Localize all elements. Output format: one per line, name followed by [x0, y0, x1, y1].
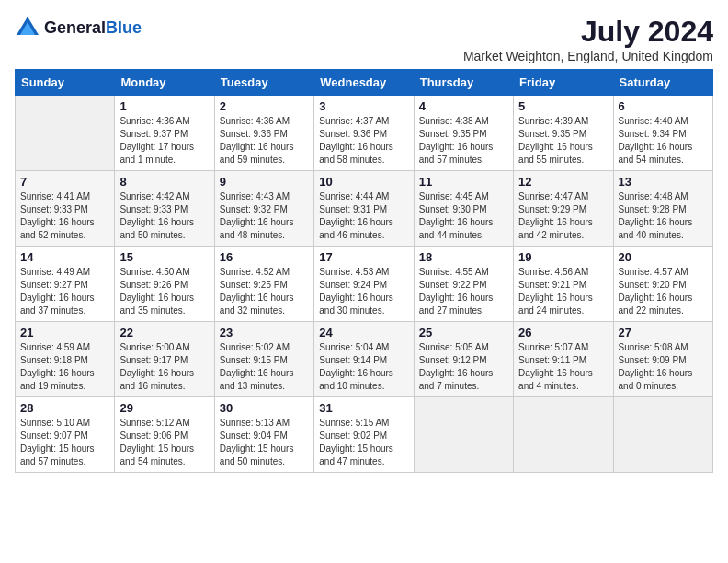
weekday-header-monday: Monday [115, 70, 214, 96]
day-info: Sunrise: 5:05 AM Sunset: 9:12 PM Dayligh… [419, 341, 508, 393]
day-number: 13 [619, 175, 708, 189]
calendar-cell [613, 397, 712, 473]
day-info: Sunrise: 4:43 AM Sunset: 9:32 PM Dayligh… [220, 190, 309, 242]
calendar-cell: 5Sunrise: 4:39 AM Sunset: 9:35 PM Daylig… [514, 96, 613, 171]
calendar-cell: 20Sunrise: 4:57 AM Sunset: 9:20 PM Dayli… [613, 247, 712, 322]
day-number: 9 [220, 175, 309, 189]
day-number: 29 [119, 401, 209, 415]
day-number: 24 [319, 326, 408, 339]
calendar-cell: 16Sunrise: 4:52 AM Sunset: 9:25 PM Dayli… [214, 247, 313, 322]
day-info: Sunrise: 4:37 AM Sunset: 9:36 PM Dayligh… [319, 115, 408, 167]
day-number: 22 [119, 326, 209, 339]
calendar-cell [16, 96, 115, 171]
day-number: 21 [20, 326, 109, 339]
calendar-cell: 10Sunrise: 4:44 AM Sunset: 9:31 PM Dayli… [314, 171, 414, 247]
day-info: Sunrise: 4:44 AM Sunset: 9:31 PM Dayligh… [319, 190, 408, 242]
week-row-4: 21Sunrise: 4:59 AM Sunset: 9:18 PM Dayli… [16, 322, 713, 397]
day-number: 15 [119, 250, 209, 264]
day-info: Sunrise: 4:36 AM Sunset: 9:36 PM Dayligh… [220, 115, 309, 167]
logo-icon [15, 15, 40, 40]
weekday-header-friday: Friday [514, 70, 613, 96]
day-number: 2 [220, 99, 309, 113]
logo-general-text: General [44, 18, 106, 37]
calendar-table: SundayMondayTuesdayWednesdayThursdayFrid… [15, 69, 713, 473]
day-number: 23 [220, 326, 309, 339]
title-area: July 2024 Market Weighton, England, Unit… [463, 15, 713, 63]
logo: GeneralBlue [15, 15, 142, 40]
weekday-header-tuesday: Tuesday [214, 70, 313, 96]
calendar-cell: 29Sunrise: 5:12 AM Sunset: 9:06 PM Dayli… [115, 397, 214, 473]
calendar-cell: 8Sunrise: 4:42 AM Sunset: 9:33 PM Daylig… [115, 171, 214, 247]
day-info: Sunrise: 4:55 AM Sunset: 9:22 PM Dayligh… [419, 266, 508, 317]
calendar-cell: 18Sunrise: 4:55 AM Sunset: 9:22 PM Dayli… [414, 247, 513, 322]
calendar-cell: 14Sunrise: 4:49 AM Sunset: 9:27 PM Dayli… [16, 247, 115, 322]
calendar-header: GeneralBlue July 2024 Market Weighton, E… [15, 15, 713, 63]
day-number: 28 [20, 401, 109, 415]
day-info: Sunrise: 5:02 AM Sunset: 9:15 PM Dayligh… [220, 341, 309, 393]
day-info: Sunrise: 4:56 AM Sunset: 9:21 PM Dayligh… [518, 266, 608, 317]
calendar-cell: 12Sunrise: 4:47 AM Sunset: 9:29 PM Dayli… [514, 171, 613, 247]
day-number: 12 [518, 175, 608, 189]
weekday-header-wednesday: Wednesday [314, 70, 414, 96]
day-number: 26 [518, 326, 608, 339]
week-row-1: 1Sunrise: 4:36 AM Sunset: 9:37 PM Daylig… [16, 96, 713, 171]
day-number: 19 [518, 250, 608, 264]
day-number: 6 [619, 99, 708, 113]
day-info: Sunrise: 5:15 AM Sunset: 9:02 PM Dayligh… [319, 417, 408, 468]
calendar-cell: 11Sunrise: 4:45 AM Sunset: 9:30 PM Dayli… [414, 171, 513, 247]
day-info: Sunrise: 4:48 AM Sunset: 9:28 PM Dayligh… [619, 190, 708, 242]
calendar-cell: 7Sunrise: 4:41 AM Sunset: 9:33 PM Daylig… [16, 171, 115, 247]
weekday-header-row: SundayMondayTuesdayWednesdayThursdayFrid… [16, 70, 713, 96]
day-number: 11 [419, 175, 508, 189]
calendar-cell: 22Sunrise: 5:00 AM Sunset: 9:17 PM Dayli… [115, 322, 214, 397]
day-number: 25 [419, 326, 508, 339]
day-info: Sunrise: 4:50 AM Sunset: 9:26 PM Dayligh… [119, 266, 209, 317]
day-info: Sunrise: 4:40 AM Sunset: 9:34 PM Dayligh… [619, 115, 708, 167]
day-number: 3 [319, 99, 408, 113]
location-subtitle: Market Weighton, England, United Kingdom [463, 49, 713, 63]
day-info: Sunrise: 5:00 AM Sunset: 9:17 PM Dayligh… [119, 341, 209, 393]
calendar-cell: 9Sunrise: 4:43 AM Sunset: 9:32 PM Daylig… [214, 171, 313, 247]
day-info: Sunrise: 5:08 AM Sunset: 9:09 PM Dayligh… [619, 341, 708, 393]
calendar-cell: 26Sunrise: 5:07 AM Sunset: 9:11 PM Dayli… [514, 322, 613, 397]
calendar-cell [514, 397, 613, 473]
day-info: Sunrise: 4:45 AM Sunset: 9:30 PM Dayligh… [419, 190, 508, 242]
weekday-header-sunday: Sunday [16, 70, 115, 96]
day-number: 10 [319, 175, 408, 189]
calendar-cell: 3Sunrise: 4:37 AM Sunset: 9:36 PM Daylig… [314, 96, 414, 171]
calendar-cell: 13Sunrise: 4:48 AM Sunset: 9:28 PM Dayli… [613, 171, 712, 247]
day-number: 4 [419, 99, 508, 113]
calendar-cell: 6Sunrise: 4:40 AM Sunset: 9:34 PM Daylig… [613, 96, 712, 171]
day-number: 20 [619, 250, 708, 264]
day-number: 5 [518, 99, 608, 113]
weekday-header-thursday: Thursday [414, 70, 513, 96]
calendar-cell: 17Sunrise: 4:53 AM Sunset: 9:24 PM Dayli… [314, 247, 414, 322]
weekday-header-saturday: Saturday [613, 70, 712, 96]
day-number: 8 [119, 175, 209, 189]
calendar-cell: 15Sunrise: 4:50 AM Sunset: 9:26 PM Dayli… [115, 247, 214, 322]
day-info: Sunrise: 4:36 AM Sunset: 9:37 PM Dayligh… [119, 115, 209, 167]
calendar-cell: 23Sunrise: 5:02 AM Sunset: 9:15 PM Dayli… [214, 322, 313, 397]
day-number: 18 [419, 250, 508, 264]
calendar-cell [414, 397, 513, 473]
day-info: Sunrise: 4:59 AM Sunset: 9:18 PM Dayligh… [20, 341, 109, 393]
day-info: Sunrise: 5:12 AM Sunset: 9:06 PM Dayligh… [119, 417, 209, 468]
day-number: 14 [20, 250, 109, 264]
day-info: Sunrise: 5:13 AM Sunset: 9:04 PM Dayligh… [220, 417, 309, 468]
calendar-cell: 2Sunrise: 4:36 AM Sunset: 9:36 PM Daylig… [214, 96, 313, 171]
calendar-cell: 1Sunrise: 4:36 AM Sunset: 9:37 PM Daylig… [115, 96, 214, 171]
day-info: Sunrise: 4:53 AM Sunset: 9:24 PM Dayligh… [319, 266, 408, 317]
week-row-2: 7Sunrise: 4:41 AM Sunset: 9:33 PM Daylig… [16, 171, 713, 247]
logo-blue-text: Blue [106, 18, 142, 37]
day-info: Sunrise: 5:04 AM Sunset: 9:14 PM Dayligh… [319, 341, 408, 393]
month-title: July 2024 [463, 15, 713, 49]
calendar-cell: 27Sunrise: 5:08 AM Sunset: 9:09 PM Dayli… [613, 322, 712, 397]
week-row-3: 14Sunrise: 4:49 AM Sunset: 9:27 PM Dayli… [16, 247, 713, 322]
day-info: Sunrise: 5:10 AM Sunset: 9:07 PM Dayligh… [20, 417, 109, 468]
calendar-cell: 25Sunrise: 5:05 AM Sunset: 9:12 PM Dayli… [414, 322, 513, 397]
week-row-5: 28Sunrise: 5:10 AM Sunset: 9:07 PM Dayli… [16, 397, 713, 473]
day-number: 16 [220, 250, 309, 264]
calendar-cell: 4Sunrise: 4:38 AM Sunset: 9:35 PM Daylig… [414, 96, 513, 171]
day-number: 31 [319, 401, 408, 415]
calendar-cell: 28Sunrise: 5:10 AM Sunset: 9:07 PM Dayli… [16, 397, 115, 473]
